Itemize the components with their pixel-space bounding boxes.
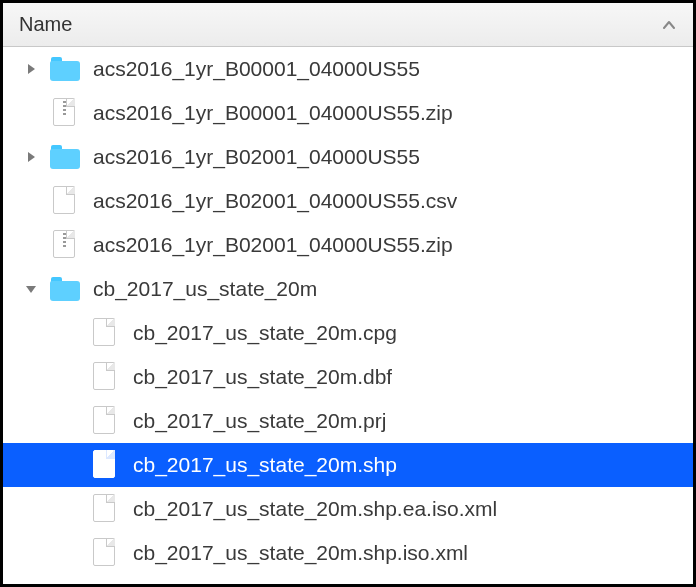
icon-slot — [47, 185, 83, 217]
item-label: cb_2017_us_state_20m.shp.ea.iso.xml — [133, 497, 497, 521]
item-label: cb_2017_us_state_20m.shp.iso.xml — [133, 541, 468, 565]
file-row[interactable]: acs2016_1yr_B02001_04000US55.zip — [3, 223, 693, 267]
disclosure-triangle-open-icon[interactable] — [21, 279, 41, 299]
folder-row[interactable]: cb_2017_us_state_20m — [3, 267, 693, 311]
file-row[interactable]: cb_2017_us_state_20m.dbf — [3, 355, 693, 399]
file-row[interactable]: cb_2017_us_state_20m.cpg — [3, 311, 693, 355]
item-label: acs2016_1yr_B02001_04000US55.zip — [93, 233, 453, 257]
column-header[interactable]: Name — [3, 3, 693, 47]
icon-slot — [47, 53, 83, 85]
icon-slot — [47, 229, 83, 261]
file-icon — [93, 406, 117, 436]
file-row[interactable]: cb_2017_us_state_20m.prj — [3, 399, 693, 443]
file-icon — [93, 362, 117, 392]
folder-icon — [50, 57, 80, 81]
file-icon — [93, 538, 117, 568]
icon-slot — [87, 317, 123, 349]
file-row[interactable]: cb_2017_us_state_20m.shp.iso.xml — [3, 531, 693, 575]
file-icon — [93, 494, 117, 524]
item-label: cb_2017_us_state_20m.dbf — [133, 365, 392, 389]
file-row[interactable]: acs2016_1yr_B02001_04000US55.csv — [3, 179, 693, 223]
item-label: cb_2017_us_state_20m.shp — [133, 453, 397, 477]
file-browser-window: Name acs2016_1yr_B00001_04000US55acs2016… — [0, 0, 696, 587]
icon-slot — [47, 141, 83, 173]
file-icon — [93, 318, 117, 348]
icon-slot — [87, 449, 123, 481]
folder-row[interactable]: acs2016_1yr_B00001_04000US55 — [3, 47, 693, 91]
icon-slot — [87, 537, 123, 569]
file-list[interactable]: acs2016_1yr_B00001_04000US55acs2016_1yr_… — [3, 47, 693, 584]
icon-slot — [47, 97, 83, 129]
folder-icon — [50, 277, 80, 301]
column-header-name: Name — [19, 13, 72, 36]
item-label: acs2016_1yr_B02001_04000US55 — [93, 145, 420, 169]
file-icon — [93, 450, 117, 480]
item-label: acs2016_1yr_B00001_04000US55.zip — [93, 101, 453, 125]
folder-icon — [50, 145, 80, 169]
folder-row[interactable]: acs2016_1yr_B02001_04000US55 — [3, 135, 693, 179]
item-label: cb_2017_us_state_20m.prj — [133, 409, 386, 433]
file-row[interactable]: cb_2017_us_state_20m.shp.ea.iso.xml — [3, 487, 693, 531]
sort-chevron-up-icon[interactable] — [661, 17, 677, 33]
item-label: acs2016_1yr_B02001_04000US55.csv — [93, 189, 457, 213]
icon-slot — [87, 361, 123, 393]
icon-slot — [87, 405, 123, 437]
item-label: acs2016_1yr_B00001_04000US55 — [93, 57, 420, 81]
file-icon — [53, 186, 77, 216]
disclosure-triangle-closed-icon[interactable] — [21, 59, 41, 79]
disclosure-triangle-closed-icon[interactable] — [21, 147, 41, 167]
item-label: cb_2017_us_state_20m.cpg — [133, 321, 397, 345]
icon-slot — [87, 493, 123, 525]
file-row[interactable]: cb_2017_us_state_20m.shp — [3, 443, 693, 487]
item-label: cb_2017_us_state_20m — [93, 277, 317, 301]
file-icon — [53, 98, 77, 128]
file-row[interactable]: acs2016_1yr_B00001_04000US55.zip — [3, 91, 693, 135]
file-icon — [53, 230, 77, 260]
icon-slot — [47, 273, 83, 305]
